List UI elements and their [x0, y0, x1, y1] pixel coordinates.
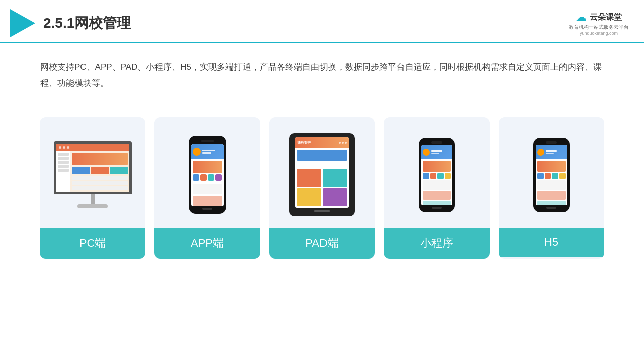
card-image-h5 [499, 117, 604, 228]
brand-url: yunduoketang.com [580, 31, 618, 36]
card-pc: PC端 [40, 117, 145, 259]
card-image-app [154, 117, 260, 228]
brand-logo-icon: ☁ 云朵课堂 [576, 11, 622, 24]
h5-phone-icon [533, 138, 570, 212]
card-label-pc: PC端 [40, 228, 145, 259]
pad-tablet-icon: 课程管理 [289, 133, 355, 216]
card-image-pad: 课程管理 [269, 117, 375, 228]
brand-logo: ☁ 云朵课堂 教育机构一站式服务云平台 yunduoketang.com [569, 11, 629, 36]
logo-triangle-icon [10, 9, 35, 37]
page-title: 2.5.1网校管理 [43, 14, 131, 33]
description-text: 网校支持PC、APP、PAD、小程序、H5，实现多端打通，产品各终端自由切换，数… [0, 43, 644, 102]
brand-slogan: 教育机构一站式服务云平台 [569, 24, 629, 31]
card-label-pad: PAD端 [269, 228, 375, 259]
header: 2.5.1网校管理 ☁ 云朵课堂 教育机构一站式服务云平台 yunduoketa… [0, 0, 644, 43]
card-image-pc [40, 117, 145, 228]
card-label-h5: H5 [499, 228, 604, 257]
card-app: APP端 [154, 117, 260, 259]
card-h5: H5 [499, 117, 604, 259]
card-label-app: APP端 [154, 228, 260, 259]
card-image-miniprogram [384, 117, 490, 228]
brand-name: 云朵课堂 [590, 12, 622, 23]
pc-monitor-icon [54, 141, 132, 208]
app-phone-icon [189, 136, 226, 214]
cards-container: PC端 [0, 107, 644, 269]
cloud-icon: ☁ [576, 11, 587, 24]
card-pad: 课程管理 [269, 117, 375, 259]
header-left: 2.5.1网校管理 [10, 9, 131, 37]
card-label-miniprogram: 小程序 [384, 228, 490, 259]
card-miniprogram: 小程序 [384, 117, 490, 259]
miniprogram-phone-icon [419, 138, 455, 212]
description-content: 网校支持PC、APP、PAD、小程序、H5，实现多端打通，产品各终端自由切换，数… [40, 62, 602, 88]
